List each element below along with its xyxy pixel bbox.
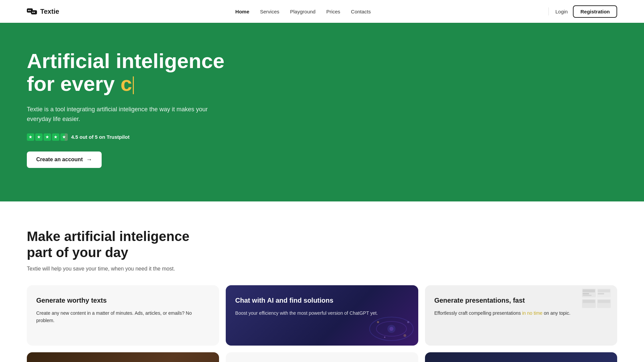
hero-section: Artificial inteligence for every c Texti…	[0, 23, 644, 201]
svg-point-3	[30, 10, 31, 11]
svg-point-4	[32, 12, 34, 13]
card-generate-texts[interactable]: Generate worthy texts Create any new con…	[27, 285, 219, 346]
login-button[interactable]: Login	[555, 9, 568, 14]
hero-description: Textie is a tool integrating artificial …	[27, 105, 208, 124]
svg-point-10	[377, 321, 379, 323]
cards-bottom-row: Work with art and images Unleash your cr…	[27, 352, 617, 362]
svg-point-12	[384, 337, 385, 338]
svg-rect-22	[583, 300, 595, 303]
svg-rect-24	[598, 300, 610, 303]
rating-value: 4.5 out of 5 on	[71, 134, 105, 140]
svg-rect-15	[583, 289, 595, 292]
hero-content: Artificial inteligence for every c Texti…	[27, 50, 262, 168]
nav-prices[interactable]: Prices	[326, 9, 340, 14]
card-generate-texts-title: Generate worthy texts	[36, 296, 210, 305]
card-generate-presentations[interactable]: Generate presentations, fast Effortlessl…	[425, 285, 617, 346]
star-3: ★	[44, 133, 51, 141]
hero-title: Artificial inteligence for every c	[27, 50, 262, 95]
highlight-no-time: in no time	[522, 310, 543, 316]
ai-section: Make artificial inteligence part of your…	[0, 201, 644, 362]
hero-title-line1: Artificial inteligence	[27, 49, 224, 72]
navbar-right: Login Registration	[547, 5, 617, 18]
svg-point-2	[28, 10, 30, 11]
create-account-button[interactable]: Create an account →	[27, 152, 102, 168]
card-speech-text[interactable]: Speach to text and back Convert spoken w…	[425, 352, 617, 362]
svg-rect-19	[598, 289, 610, 292]
rating-text: 4.5 out of 5 on Trustpilot	[71, 134, 129, 140]
section-heading: Make artificial inteligence part of your…	[27, 228, 208, 260]
svg-point-13	[407, 321, 409, 323]
nav-home[interactable]: Home	[235, 9, 250, 14]
nav-divider	[548, 7, 549, 15]
hero-title-line2-prefix: for every	[27, 72, 120, 95]
create-account-label: Create an account	[36, 157, 83, 163]
nav-contacts[interactable]: Contacts	[351, 9, 371, 14]
star-2: ★	[35, 133, 43, 141]
rating-platform: Trustpilot	[107, 134, 129, 140]
svg-point-11	[404, 334, 406, 337]
hero-rating: ★ ★ ★ ★ ★ 4.5 out of 5 on Trustpilot	[27, 133, 262, 141]
nav-services[interactable]: Services	[260, 9, 279, 14]
card-generate-presentations-text: Effortlessly craft compelling presentati…	[434, 309, 608, 317]
navbar: Textie Home Services Playground Prices C…	[0, 0, 644, 23]
card-translate[interactable]: Translate any document Get context-aware…	[226, 352, 418, 362]
section-subtext: Textie will help you save your time, whe…	[27, 266, 617, 272]
hero-typed-word: c	[120, 72, 132, 95]
nav-links: Home Services Playground Prices Contacts	[235, 9, 371, 14]
star-4: ★	[52, 133, 59, 141]
star-1: ★	[27, 133, 34, 141]
registration-button[interactable]: Registration	[573, 5, 617, 18]
nav-playground[interactable]: Playground	[290, 9, 316, 14]
cards-top-row: Generate worthy texts Create any new con…	[27, 285, 617, 346]
logo-icon	[27, 8, 38, 15]
star-5: ★	[60, 133, 68, 141]
logo-text: Textie	[40, 8, 59, 15]
card-chat-ai[interactable]: Chat with AI and find solutions Boost yo…	[226, 285, 418, 346]
hero-cursor	[133, 76, 134, 94]
svg-rect-20	[598, 293, 604, 294]
card-chat-ai-title: Chat with AI and find solutions	[235, 296, 409, 305]
logo[interactable]: Textie	[27, 8, 59, 15]
svg-rect-16	[583, 293, 589, 294]
chat-decoration-icon	[368, 315, 415, 342]
stars-container: ★ ★ ★ ★ ★	[27, 133, 68, 141]
svg-rect-17	[583, 295, 591, 296]
presentation-decoration-icon	[580, 289, 614, 309]
card-work-art[interactable]: Work with art and images Unleash your cr…	[27, 352, 219, 362]
svg-point-5	[34, 12, 35, 13]
arrow-icon: →	[86, 156, 92, 163]
card-generate-texts-text: Create any new content in a matter of mi…	[36, 309, 210, 324]
svg-point-9	[389, 327, 393, 331]
